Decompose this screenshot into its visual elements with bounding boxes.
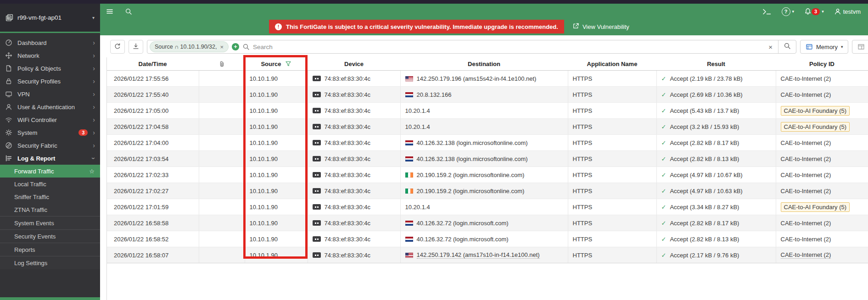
log-source-dropdown[interactable]: Memory ▾: [800, 40, 848, 54]
cell-datetime[interactable]: 2026/01/22 17:02:33: [106, 167, 199, 183]
global-search-button[interactable]: [125, 8, 132, 15]
cell-device[interactable]: 74:83:ef:83:30:4c: [308, 183, 400, 199]
cell-device[interactable]: 74:83:ef:83:30:4c: [308, 215, 400, 231]
help-menu-button[interactable]: ? ▾: [782, 7, 795, 16]
cell-attachment[interactable]: [199, 87, 245, 103]
cell-result[interactable]: ✓Accept (3.2 kB / 15.93 kB): [656, 119, 776, 135]
column-header-source[interactable]: Source: [245, 57, 308, 71]
cell-policyid[interactable]: CAE-to-AI Foundary (5): [776, 103, 868, 119]
table-row[interactable]: 2026/01/22 17:02:3310.10.1.9074:83:ef:83…: [106, 167, 868, 183]
table-row[interactable]: 2026/01/22 17:04:5810.10.1.9074:83:ef:83…: [106, 119, 868, 135]
cell-attachment[interactable]: [199, 167, 245, 183]
cell-result[interactable]: ✓Accept (2.82 kB / 8.17 kB): [656, 215, 776, 231]
remove-filter-icon[interactable]: ×: [220, 44, 224, 50]
sidebar-subitem-forward-traffic[interactable]: Forward Traffic☆: [0, 165, 100, 178]
column-header-device[interactable]: Device: [308, 57, 400, 71]
user-menu-button[interactable]: testvm: [834, 8, 861, 15]
collapse-menu-button[interactable]: [106, 8, 114, 15]
cell-application[interactable]: HTTPS: [568, 135, 656, 151]
cell-device[interactable]: 74:83:ef:83:30:4c: [308, 87, 400, 103]
cell-attachment[interactable]: [199, 199, 245, 215]
cell-source[interactable]: 10.10.1.90: [245, 135, 308, 151]
cell-result[interactable]: ✓Accept (2.82 kB / 8.13 kB): [656, 151, 776, 167]
cell-device[interactable]: 74:83:ef:83:30:4c: [308, 71, 400, 87]
cell-application[interactable]: HTTPS: [568, 199, 656, 215]
cell-application[interactable]: HTTPS: [568, 119, 656, 135]
cell-destination[interactable]: 10.20.1.4: [400, 103, 568, 119]
filter-pill-source[interactable]: Source ∩ 10.10.1.90/32, ×: [150, 41, 229, 52]
sidebar-subitem-local-traffic[interactable]: Local Traffic: [0, 178, 100, 190]
table-row[interactable]: 2026/01/22 17:05:0010.10.1.9074:83:ef:83…: [106, 103, 868, 119]
cell-policyid[interactable]: CAE-to-Internet (2): [776, 151, 868, 167]
table-row[interactable]: 2026/01/22 16:58:5810.10.1.9074:83:ef:83…: [106, 215, 868, 231]
cell-datetime[interactable]: 2026/01/22 17:55:40: [106, 87, 199, 103]
cell-destination[interactable]: 20.190.159.2 (login.microsoftonline.com): [400, 183, 568, 199]
cell-datetime[interactable]: 2026/01/22 16:58:07: [106, 247, 199, 263]
cell-source[interactable]: 10.10.1.90: [245, 215, 308, 231]
sidebar-item-wifi-controller[interactable]: WiFi Controller›: [0, 113, 100, 126]
column-header-datetime[interactable]: Date/Time: [106, 57, 199, 71]
cell-datetime[interactable]: 2026/01/22 17:05:00: [106, 103, 199, 119]
column-header-application[interactable]: Application Name: [568, 57, 656, 71]
cell-attachment[interactable]: [199, 71, 245, 87]
cell-source[interactable]: 10.10.1.90: [245, 103, 308, 119]
cell-policyid[interactable]: CAE-to-Internet (2): [776, 215, 868, 231]
cell-datetime[interactable]: 2026/01/22 17:03:54: [106, 151, 199, 167]
device-selector[interactable]: r99-vm-fgt-ap01 ▾: [0, 4, 100, 32]
column-header-destination[interactable]: Destination: [400, 57, 568, 71]
cell-policyid[interactable]: CAE-to-Internet (2): [776, 247, 868, 263]
sidebar-item-log-report[interactable]: Log & Report›: [0, 152, 100, 165]
cell-source[interactable]: 10.10.1.90: [245, 71, 308, 87]
cell-application[interactable]: HTTPS: [568, 151, 656, 167]
table-row[interactable]: 2026/01/22 17:03:5410.10.1.9074:83:ef:83…: [106, 151, 868, 167]
cell-policyid[interactable]: CAE-to-Internet (2): [776, 87, 868, 103]
column-header-policyid[interactable]: Policy ID: [776, 57, 868, 71]
cell-application[interactable]: HTTPS: [568, 71, 656, 87]
cell-datetime[interactable]: 2026/01/22 17:04:58: [106, 119, 199, 135]
search-input[interactable]: Search: [253, 44, 273, 50]
cell-application[interactable]: HTTPS: [568, 215, 656, 231]
cell-device[interactable]: 74:83:ef:83:30:4c: [308, 119, 400, 135]
sidebar-subitem-ztna-traffic[interactable]: ZTNA Traffic: [0, 203, 100, 216]
cell-result[interactable]: ✓Accept (4.97 kB / 10.63 kB): [656, 183, 776, 199]
cell-source[interactable]: 10.10.1.90: [245, 247, 308, 263]
cell-policyid[interactable]: CAE-to-Internet (2): [776, 183, 868, 199]
details-button[interactable]: Details: [852, 40, 868, 54]
cell-attachment[interactable]: [199, 231, 245, 247]
cell-source[interactable]: 10.10.1.90: [245, 199, 308, 215]
search-filter-bar[interactable]: Source ∩ 10.10.1.90/32, × + Search ×: [147, 40, 796, 54]
cell-source[interactable]: 10.10.1.90: [245, 167, 308, 183]
cell-datetime[interactable]: 2026/01/22 16:58:52: [106, 231, 199, 247]
cell-device[interactable]: 74:83:ef:83:30:4c: [308, 167, 400, 183]
view-vulnerability-link[interactable]: View Vulnerability: [572, 22, 629, 31]
sidebar-subitem-security-events[interactable]: Security Events: [0, 230, 100, 243]
column-header-result[interactable]: Result: [656, 57, 776, 71]
cell-result[interactable]: ✓Accept (4.97 kB / 10.67 kB): [656, 167, 776, 183]
cell-result[interactable]: ✓Accept (2.19 kB / 23.78 kB): [656, 71, 776, 87]
cell-destination[interactable]: 40.126.32.72 (login.microsoft.com): [400, 231, 568, 247]
cell-destination[interactable]: 20.190.159.2 (login.microsoftonline.com): [400, 167, 568, 183]
add-filter-button[interactable]: +: [232, 43, 239, 50]
cell-datetime[interactable]: 2026/01/22 17:04:00: [106, 135, 199, 151]
cell-policyid[interactable]: CAE-to-AI Foundary (5): [776, 199, 868, 215]
sidebar-item-policy-objects[interactable]: Policy & Objects›: [0, 62, 100, 75]
cell-source[interactable]: 10.10.1.90: [245, 151, 308, 167]
cell-application[interactable]: HTTPS: [568, 231, 656, 247]
cell-application[interactable]: HTTPS: [568, 87, 656, 103]
cell-destination[interactable]: 20.8.132.166: [400, 87, 568, 103]
column-header-attachment[interactable]: [199, 57, 245, 71]
cell-source[interactable]: 10.10.1.90: [245, 87, 308, 103]
cell-result[interactable]: ✓Accept (2.69 kB / 10.36 kB): [656, 87, 776, 103]
cell-device[interactable]: 74:83:ef:83:30:4c: [308, 103, 400, 119]
cell-application[interactable]: HTTPS: [568, 247, 656, 263]
download-button[interactable]: [129, 40, 143, 54]
sidebar-item-vpn[interactable]: VPN›: [0, 88, 100, 100]
cli-console-button[interactable]: [762, 8, 772, 15]
cell-attachment[interactable]: [199, 119, 245, 135]
sidebar-item-security-fabric[interactable]: Security Fabric›: [0, 139, 100, 152]
table-row[interactable]: 2026/01/22 16:58:0710.10.1.9074:83:ef:83…: [106, 247, 868, 263]
sidebar-subitem-sniffer-traffic[interactable]: Sniffer Traffic: [0, 190, 100, 203]
cell-source[interactable]: 10.10.1.90: [245, 119, 308, 135]
cell-application[interactable]: HTTPS: [568, 183, 656, 199]
cell-device[interactable]: 74:83:ef:83:30:4c: [308, 151, 400, 167]
